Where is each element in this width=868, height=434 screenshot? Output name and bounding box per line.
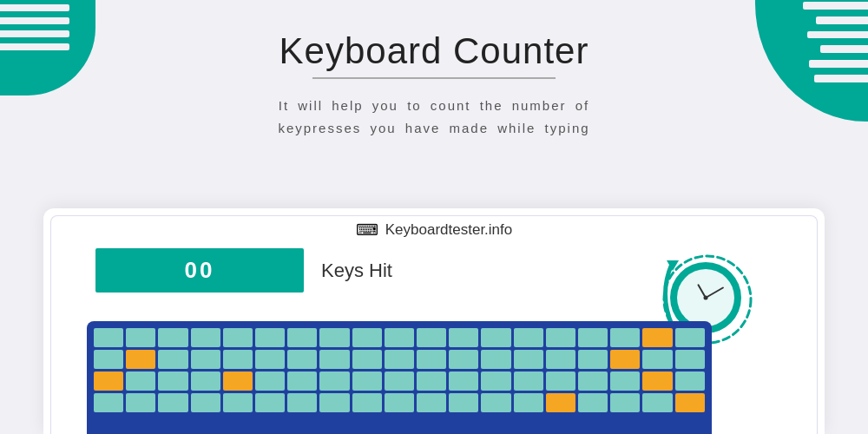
keyboard-illustration [87,321,712,434]
key [610,393,640,412]
key [287,328,317,347]
clock-inner [677,269,734,326]
main-card: ⌨ Keyboardtester.info 00 Keys Hit [43,208,825,434]
key [481,393,510,412]
key [417,393,446,412]
key [675,328,705,347]
subtitle-line2: keypresses you have made while typing [278,121,589,135]
key [287,372,317,391]
key [610,372,640,391]
page-title: Keyboard Counter [0,30,868,72]
key [675,393,705,412]
key [319,393,349,412]
key [352,393,382,412]
key [94,372,123,391]
key [191,328,220,347]
key [255,393,285,412]
key [191,372,220,391]
key [319,350,349,369]
key [546,328,575,347]
key [223,350,253,369]
key [287,350,317,369]
key [319,372,349,391]
key [255,350,285,369]
key [191,350,220,369]
key [546,372,575,391]
key [352,372,382,391]
key [385,393,414,412]
key [417,328,446,347]
key [610,328,640,347]
key [287,393,317,412]
key [319,328,349,347]
key [94,393,123,412]
clock-minute-hand [706,286,725,299]
key [481,328,510,347]
key [191,393,220,412]
key [385,328,414,347]
key [126,350,155,369]
key [223,372,253,391]
key [578,328,608,347]
key [514,372,543,391]
key [514,328,543,347]
key [514,393,543,412]
key [158,350,187,369]
key [385,350,414,369]
title-divider [312,77,556,79]
key [578,393,608,412]
key [158,328,187,347]
key [94,328,123,347]
key [675,350,705,369]
key [223,328,253,347]
key [546,393,575,412]
key [255,328,285,347]
key [417,372,446,391]
key [449,372,478,391]
key [578,372,608,391]
key [126,393,155,412]
key [223,393,253,412]
key [449,350,478,369]
key-row [94,393,705,412]
subtitle-line1: It will help you to count the number of [279,98,589,113]
key-row [94,328,705,347]
key [642,372,672,391]
key [642,393,672,412]
key [158,372,187,391]
clock-center [704,296,708,300]
key [417,350,446,369]
key [352,350,382,369]
key [449,328,478,347]
key-row [94,372,705,391]
key [514,350,543,369]
key [352,328,382,347]
key [481,372,510,391]
header: Keyboard Counter It will help you to cou… [0,0,868,139]
key [126,328,155,347]
key [126,372,155,391]
key [255,372,285,391]
key [481,350,510,369]
key [385,372,414,391]
key [675,372,705,391]
subtitle: It will help you to count the number of … [252,95,616,139]
key [610,350,640,369]
key [642,328,672,347]
key [94,350,123,369]
key [449,393,478,412]
key [578,350,608,369]
key [642,350,672,369]
key [158,393,187,412]
key-row [94,350,705,369]
key [546,350,575,369]
